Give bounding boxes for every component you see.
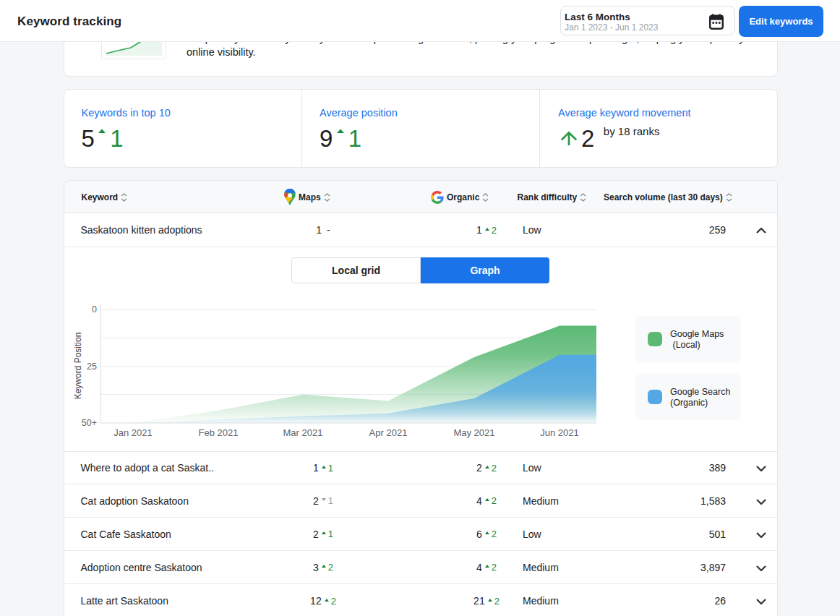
svg-text:25: 25 — [87, 362, 97, 372]
svg-text:50+: 50+ — [82, 418, 97, 428]
svg-text:Mar 2021: Mar 2021 — [283, 427, 323, 438]
svg-text:May 2021: May 2021 — [453, 427, 494, 438]
svg-text:0: 0 — [92, 304, 97, 315]
svg-text:Feb 2021: Feb 2021 — [199, 427, 239, 438]
svg-text:Jan 2021: Jan 2021 — [113, 427, 153, 438]
svg-text:Jun 2021: Jun 2021 — [540, 427, 579, 438]
svg-text:Apr 2021: Apr 2021 — [369, 427, 408, 438]
svg-text:Keyword Position: Keyword Position — [73, 333, 83, 400]
